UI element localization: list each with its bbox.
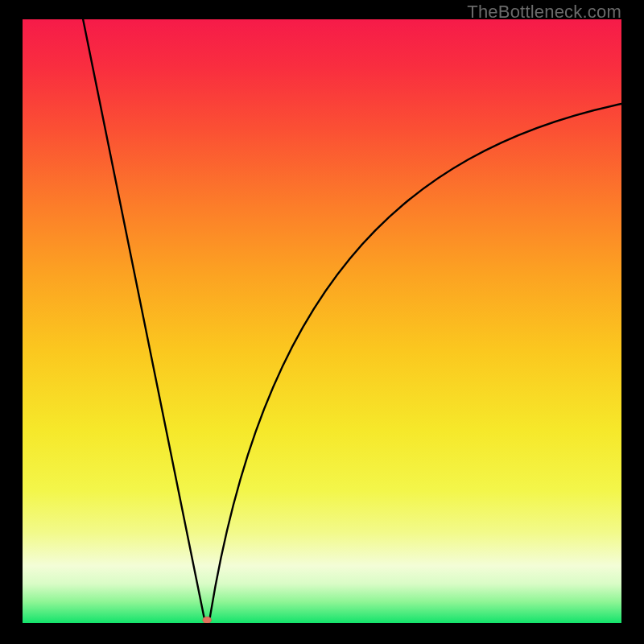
chart-container: TheBottleneck.com <box>0 0 644 644</box>
chart-svg <box>23 19 621 623</box>
watermark-text: TheBottleneck.com <box>467 2 621 23</box>
minimum-marker <box>203 617 212 623</box>
plot-area <box>23 19 621 623</box>
gradient-bg <box>23 19 621 623</box>
